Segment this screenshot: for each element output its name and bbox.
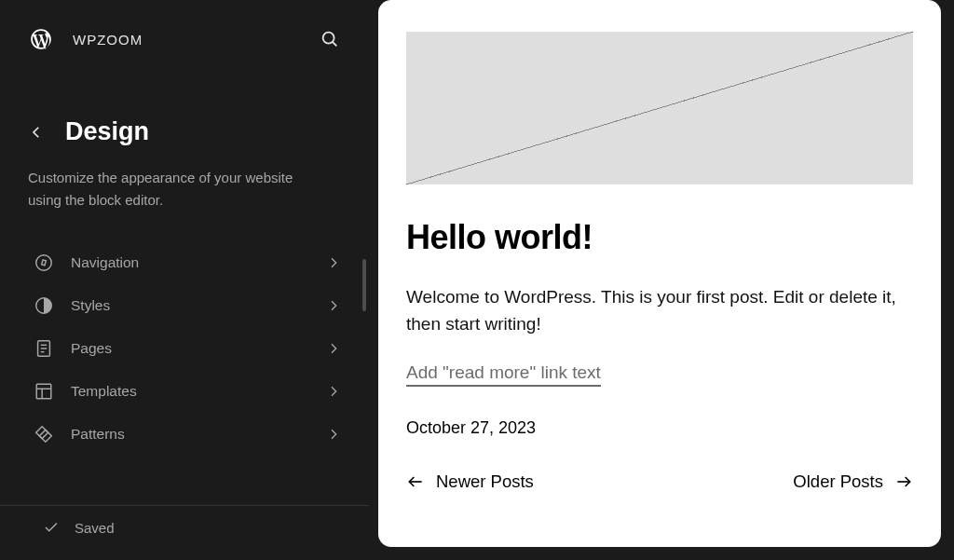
arrow-right-icon <box>894 472 913 491</box>
panel-nav-list: Navigation Styles Pages <box>0 241 369 456</box>
page-icon <box>34 338 54 359</box>
nav-item-label: Templates <box>71 383 137 400</box>
chevron-right-icon <box>326 255 341 270</box>
featured-image-placeholder[interactable] <box>406 32 913 184</box>
nav-item-templates[interactable]: Templates <box>0 370 369 413</box>
wordpress-logo-icon[interactable] <box>28 26 54 52</box>
layout-icon <box>34 381 54 402</box>
nav-item-label: Styles <box>71 297 110 314</box>
nav-item-pages[interactable]: Pages <box>0 327 369 370</box>
nav-item-styles[interactable]: Styles <box>0 284 369 327</box>
post-title[interactable]: Hello world! <box>406 218 913 257</box>
check-icon <box>43 519 60 536</box>
chevron-right-icon <box>326 341 341 356</box>
back-button[interactable] <box>28 124 45 141</box>
svg-point-0 <box>323 33 334 44</box>
save-status: Saved <box>0 505 369 560</box>
chevron-right-icon <box>326 427 341 442</box>
scrollbar-thumb[interactable] <box>362 259 366 311</box>
panel-header: Design <box>0 71 369 159</box>
preview-canvas[interactable]: Hello world! Welcome to WordPress. This … <box>378 0 941 547</box>
post-excerpt[interactable]: Welcome to WordPress. This is your first… <box>406 283 913 338</box>
nav-item-label: Navigation <box>71 254 139 271</box>
contrast-icon <box>34 295 54 316</box>
svg-rect-9 <box>36 384 51 399</box>
preview-canvas-wrap: Hello world! Welcome to WordPress. This … <box>369 0 954 560</box>
nav-item-label: Pages <box>71 340 112 357</box>
svg-point-2 <box>36 255 52 271</box>
chevron-right-icon <box>326 298 341 313</box>
post-pagination: Newer Posts Older Posts <box>406 471 913 492</box>
search-icon[interactable] <box>319 28 341 50</box>
compass-icon <box>34 253 54 273</box>
older-posts-label: Older Posts <box>793 471 883 492</box>
read-more-link-placeholder[interactable]: Add "read more" link text <box>406 362 601 387</box>
pattern-icon <box>34 424 54 444</box>
site-title[interactable]: WPZOOM <box>73 32 143 48</box>
chevron-right-icon <box>326 384 341 399</box>
post-date[interactable]: October 27, 2023 <box>406 418 913 438</box>
svg-line-1 <box>333 42 336 46</box>
nav-item-patterns[interactable]: Patterns <box>0 413 369 456</box>
newer-posts-link[interactable]: Newer Posts <box>406 471 534 492</box>
sidebar-topbar: WPZOOM <box>0 0 369 71</box>
newer-posts-label: Newer Posts <box>436 471 534 492</box>
older-posts-link[interactable]: Older Posts <box>793 471 913 492</box>
svg-marker-3 <box>42 260 47 266</box>
editor-sidebar: WPZOOM Design Customize the appearance o… <box>0 0 369 560</box>
save-status-label: Saved <box>75 520 115 536</box>
nav-item-navigation[interactable]: Navigation <box>0 241 369 284</box>
nav-item-label: Patterns <box>71 426 125 443</box>
panel-title: Design <box>65 117 149 146</box>
panel-description: Customize the appearance of your website… <box>0 159 345 241</box>
arrow-left-icon <box>406 472 425 491</box>
